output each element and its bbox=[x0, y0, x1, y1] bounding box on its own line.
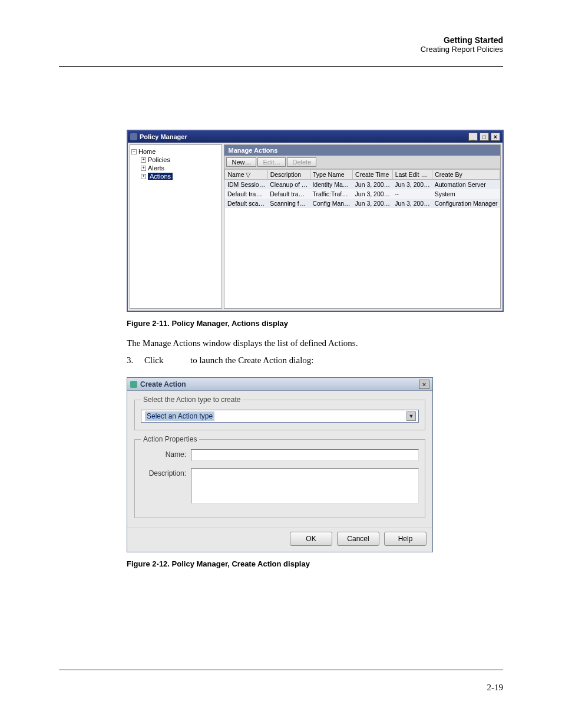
ca-titlebar: Create Action × bbox=[127, 378, 432, 391]
header-rule bbox=[59, 66, 503, 67]
action-type-placeholder: Select an Action type bbox=[145, 411, 214, 421]
tree-home[interactable]: − Home bbox=[131, 147, 220, 156]
col-name[interactable]: Name ▽ bbox=[225, 170, 267, 180]
pm-titlebar: Policy Manager _ □ × bbox=[128, 131, 503, 143]
col-create-by[interactable]: Create By bbox=[432, 170, 500, 180]
figure-caption-2: Figure 2-12. Policy Manager, Create Acti… bbox=[127, 559, 503, 568]
content: Policy Manager _ □ × − Home + Policies bbox=[127, 130, 503, 568]
cancel-button[interactable]: Cancel bbox=[337, 532, 379, 546]
table-row[interactable]: IDM Sessio… Cleanup of … Identity Ma… Ju… bbox=[225, 180, 500, 190]
step-3: 3. Click to launch the Create Action dia… bbox=[127, 355, 503, 365]
action-properties-legend: Action Properties bbox=[141, 435, 199, 443]
description-label: Description: bbox=[141, 468, 191, 477]
col-create-time[interactable]: Create Time bbox=[353, 170, 393, 180]
page-number: 2-19 bbox=[487, 683, 504, 693]
ok-button[interactable]: OK bbox=[290, 532, 332, 546]
step-text-b: to launch the Create Action dialog: bbox=[190, 355, 314, 365]
edit-button[interactable]: Edit… bbox=[257, 157, 286, 167]
table-header-row[interactable]: Name ▽ Description Type Name Create Time… bbox=[225, 170, 500, 180]
pm-title: Policy Manager bbox=[140, 133, 187, 140]
action-type-fieldset: Select the Action type to create Select … bbox=[134, 396, 425, 430]
ca-title: Create Action bbox=[140, 380, 186, 388]
maximize-button[interactable]: □ bbox=[480, 133, 489, 141]
tree-alerts[interactable]: + Alerts bbox=[141, 164, 220, 172]
minimize-button[interactable]: _ bbox=[468, 133, 478, 141]
tree-home-label: Home bbox=[138, 148, 156, 155]
dialog-footer: OK Cancel Help bbox=[127, 528, 432, 552]
chevron-down-icon[interactable]: ▼ bbox=[406, 411, 416, 421]
delete-button[interactable]: Delete bbox=[287, 157, 316, 167]
body-paragraph: The Manage Actions window displays the l… bbox=[127, 338, 503, 348]
page-header: Getting Started Creating Report Policies bbox=[421, 35, 503, 54]
help-button[interactable]: Help bbox=[384, 532, 427, 546]
pm-tree[interactable]: − Home + Policies + Alerts + Actions bbox=[130, 144, 222, 309]
page: Getting Started Creating Report Policies… bbox=[0, 0, 562, 728]
new-button[interactable]: New… bbox=[226, 157, 256, 167]
close-button[interactable]: × bbox=[491, 133, 500, 141]
manage-actions-toolbar: New… Edit… Delete bbox=[224, 156, 500, 169]
name-input[interactable] bbox=[191, 449, 419, 461]
name-label: Name: bbox=[141, 449, 191, 459]
tree-policies[interactable]: + Policies bbox=[141, 156, 220, 164]
col-last-edit[interactable]: Last Edit … bbox=[392, 170, 432, 180]
close-button[interactable]: × bbox=[419, 380, 429, 389]
step-number: 3. bbox=[127, 355, 137, 365]
header-subtitle: Creating Report Policies bbox=[421, 45, 503, 54]
expand-icon[interactable]: + bbox=[141, 174, 146, 179]
tree-alerts-label: Alerts bbox=[148, 164, 164, 172]
create-action-dialog: Create Action × Select the Action type t… bbox=[127, 377, 433, 552]
action-properties-fieldset: Action Properties Name: Description: bbox=[134, 435, 425, 518]
step-text-a: Click bbox=[144, 355, 164, 365]
description-input[interactable] bbox=[191, 468, 419, 503]
expand-icon[interactable]: + bbox=[141, 157, 146, 163]
footer-rule bbox=[59, 670, 503, 670]
col-type[interactable]: Type Name bbox=[310, 170, 352, 180]
collapse-icon[interactable]: − bbox=[131, 149, 137, 154]
manage-actions-header: Manage Actions bbox=[224, 145, 500, 156]
figure-caption-1: Figure 2-11. Policy Manager, Actions dis… bbox=[127, 319, 503, 328]
pm-app-icon bbox=[130, 133, 137, 140]
action-type-select[interactable]: Select an Action type ▼ bbox=[141, 410, 419, 423]
header-title: Getting Started bbox=[421, 35, 503, 45]
col-description[interactable]: Description bbox=[267, 170, 310, 180]
action-type-legend: Select the Action type to create bbox=[141, 396, 243, 404]
expand-icon[interactable]: + bbox=[141, 166, 146, 171]
actions-table[interactable]: Name ▽ Description Type Name Create Time… bbox=[224, 169, 500, 308]
pm-main-panel: Manage Actions New… Edit… Delete Name ▽ … bbox=[224, 144, 501, 309]
tree-actions-label: Actions bbox=[148, 173, 173, 180]
tree-policies-label: Policies bbox=[148, 156, 170, 163]
policy-manager-window: Policy Manager _ □ × − Home + Policies bbox=[127, 130, 504, 312]
table-row[interactable]: Default tra… Default tra… Traffic:Traf… … bbox=[225, 189, 500, 199]
tree-actions[interactable]: + Actions bbox=[141, 172, 220, 180]
table-row[interactable]: Default sca… Scanning f… Config Man… Jun… bbox=[225, 199, 500, 208]
ca-app-icon bbox=[130, 381, 137, 388]
